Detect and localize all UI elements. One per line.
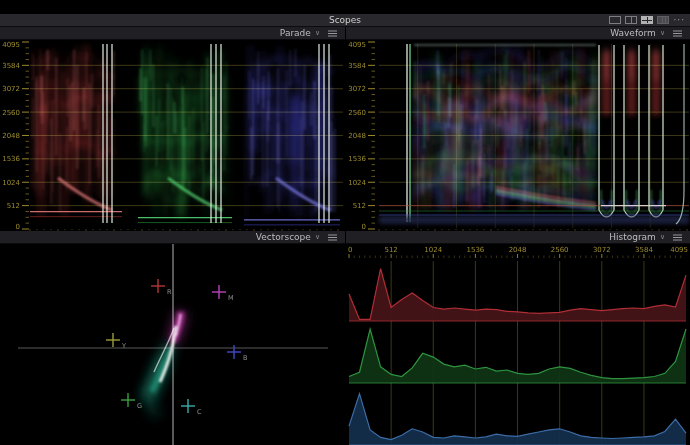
svg-text:2560: 2560 xyxy=(551,246,569,254)
svg-text:2048: 2048 xyxy=(2,132,20,140)
svg-text:R: R xyxy=(167,288,172,296)
vectorscope-panel: Vectorscope ∨ RMYBGC xyxy=(0,231,345,445)
top-row: Parade ∨ 4095358430722560204815361024512… xyxy=(0,27,690,231)
parade-header: Parade ∨ xyxy=(0,27,345,40)
waveform-options-icon[interactable] xyxy=(672,29,683,38)
svg-text:4095: 4095 xyxy=(348,41,366,49)
histogram-canvas: 05121024153620482560307235844095 xyxy=(346,244,690,445)
svg-text:3072: 3072 xyxy=(593,246,611,254)
svg-text:C: C xyxy=(197,408,202,416)
svg-text:B: B xyxy=(243,354,247,362)
svg-text:0: 0 xyxy=(16,223,20,231)
parade-scope-select[interactable]: Parade ∨ xyxy=(280,28,320,38)
more-options-button[interactable]: ··· xyxy=(673,16,685,24)
svg-text:2048: 2048 xyxy=(348,132,366,140)
chevron-down-icon: ∨ xyxy=(660,29,665,38)
layout-single-button[interactable] xyxy=(609,16,621,24)
histogram-label: Histogram xyxy=(609,232,656,242)
histogram-scope-select[interactable]: Histogram ∨ xyxy=(609,232,665,242)
layout-two-up-button[interactable] xyxy=(625,16,637,24)
svg-text:2560: 2560 xyxy=(348,109,366,117)
parade-panel: Parade ∨ 4095358430722560204815361024512… xyxy=(0,27,345,231)
histogram-header: Histogram ∨ xyxy=(346,231,690,244)
svg-text:1024: 1024 xyxy=(424,246,442,254)
svg-text:G: G xyxy=(137,402,142,410)
parade-scope-canvas: 40953584307225602048153610245120 xyxy=(0,40,345,231)
svg-text:4095: 4095 xyxy=(2,41,20,49)
titlebar-controls: ··· xyxy=(609,14,685,26)
svg-text:1024: 1024 xyxy=(348,179,366,187)
svg-text:3072: 3072 xyxy=(348,85,366,93)
parade-label: Parade xyxy=(280,28,311,38)
vectorscope-options-icon[interactable] xyxy=(327,233,338,242)
svg-text:1536: 1536 xyxy=(348,155,366,163)
parade-options-icon[interactable] xyxy=(327,29,338,38)
histogram-panel: Histogram ∨ 0512102415362048256030723584… xyxy=(345,231,690,445)
waveform-label: Waveform xyxy=(610,28,656,38)
svg-text:Y: Y xyxy=(121,342,126,350)
waveform-scope-canvas: 40953584307225602048153610245120 xyxy=(346,40,690,231)
vectorscope-canvas: RMYBGC xyxy=(0,244,345,445)
chevron-down-icon: ∨ xyxy=(315,29,320,38)
chevron-down-icon: ∨ xyxy=(660,233,665,242)
svg-text:0: 0 xyxy=(362,223,366,231)
histogram-options-icon[interactable] xyxy=(672,233,683,242)
layout-column-button[interactable] xyxy=(657,16,669,24)
svg-text:2560: 2560 xyxy=(2,109,20,117)
waveform-header: Waveform ∨ xyxy=(346,27,690,40)
svg-text:3584: 3584 xyxy=(2,62,20,70)
scopes-window: Scopes ··· Parade ∨ 4095358430 xyxy=(0,0,690,445)
svg-text:1024: 1024 xyxy=(2,179,20,187)
svg-text:4095: 4095 xyxy=(670,246,688,254)
window-title: Scopes xyxy=(0,15,690,25)
top-black-strip xyxy=(0,0,690,14)
waveform-panel: Waveform ∨ 40953584307225602048153610245… xyxy=(345,27,690,231)
svg-text:0: 0 xyxy=(348,246,352,254)
svg-text:3072: 3072 xyxy=(2,85,20,93)
titlebar[interactable]: Scopes ··· xyxy=(0,14,690,27)
scope-grid: Parade ∨ 4095358430722560204815361024512… xyxy=(0,27,690,445)
waveform-scope-select[interactable]: Waveform ∨ xyxy=(610,28,665,38)
svg-text:1536: 1536 xyxy=(466,246,484,254)
svg-text:3584: 3584 xyxy=(348,62,366,70)
svg-text:3584: 3584 xyxy=(635,246,653,254)
svg-text:2048: 2048 xyxy=(509,246,527,254)
chevron-down-icon: ∨ xyxy=(315,233,320,242)
vectorscope-scope-select[interactable]: Vectorscope ∨ xyxy=(256,232,320,242)
svg-text:1536: 1536 xyxy=(2,155,20,163)
layout-four-up-button[interactable] xyxy=(641,16,653,24)
svg-text:512: 512 xyxy=(353,202,366,210)
svg-text:M: M xyxy=(228,294,234,302)
vectorscope-header: Vectorscope ∨ xyxy=(0,231,345,244)
bottom-row: Vectorscope ∨ RMYBGC Histogram ∨ xyxy=(0,231,690,445)
vectorscope-label: Vectorscope xyxy=(256,232,311,242)
svg-text:512: 512 xyxy=(384,246,397,254)
svg-text:512: 512 xyxy=(7,202,20,210)
